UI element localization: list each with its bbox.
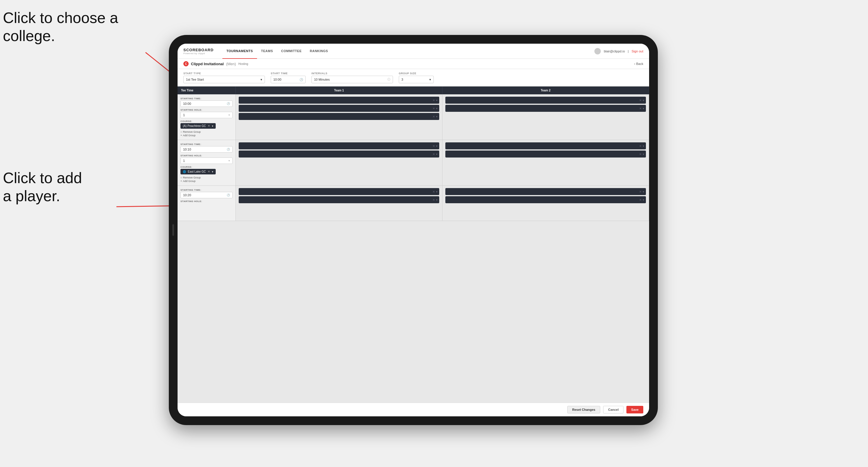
plus-icon-2: + — [181, 180, 182, 183]
save-button[interactable]: Save — [626, 406, 643, 413]
clock-icon: 🕐 — [300, 78, 303, 81]
chevron-icon-9[interactable]: ▾ — [643, 145, 644, 148]
chevron-icon-5[interactable]: ▾ — [643, 107, 644, 110]
nav-links: TOURNAMENTS TEAMS COMMITTEE RANKINGS — [222, 44, 595, 59]
chevron-icon-10[interactable]: ▾ — [643, 153, 644, 156]
chevron-icon-14[interactable]: ▾ — [643, 198, 644, 201]
page-title: Clippd Invitational — [191, 62, 224, 66]
nav-tournaments[interactable]: TOURNAMENTS — [222, 44, 257, 59]
course-tag-2[interactable]: 🌐 East Lake GC ✕ ▾ — [181, 169, 216, 175]
player-slot-1-3[interactable]: ✕ ▾ — [239, 113, 439, 120]
main-content: STARTING TIME: 10:00 🕐 STARTING HOLE: 1 … — [178, 94, 649, 403]
starting-time-value-1[interactable]: 10:00 🕐 — [181, 100, 232, 107]
annotation-line4: a player. — [3, 187, 82, 205]
x-icon[interactable]: ✕ — [433, 99, 435, 102]
group-row-3: STARTING TIME: 10:20 🕐 STARTING HOLE: ✕ … — [178, 186, 649, 221]
x-icon-4[interactable]: ✕ — [639, 99, 642, 102]
x-icon-9[interactable]: ✕ — [639, 153, 642, 156]
player-slot-4-1[interactable]: ✕ ▾ — [445, 143, 646, 149]
back-button[interactable]: ‹ Back — [634, 62, 643, 65]
chevron-icon-3[interactable]: ▾ — [436, 115, 437, 118]
x-icon-6[interactable]: ✕ — [433, 145, 435, 148]
chevron-icon-8[interactable]: ▾ — [436, 153, 437, 156]
nav-right: blair@clippd.io | Sign out — [594, 48, 643, 55]
clock-icon-2: 🕐 — [227, 148, 230, 151]
chevron-icon-7[interactable]: ▾ — [436, 145, 437, 148]
course-label-2: COURSE: — [181, 166, 232, 168]
remove-group-link-1[interactable]: ○ Remove Group — [181, 130, 232, 133]
action-links-2: ○ Remove Group + Add Group — [181, 176, 232, 183]
course-remove-icon-2[interactable]: ✕ — [208, 170, 210, 174]
player-slot-3-1[interactable]: ✕ ▾ — [239, 143, 439, 149]
group-team1-3: ✕ ▾ ✕ ▾ — [236, 186, 442, 221]
remove-group-link-2[interactable]: ○ Remove Group — [181, 176, 232, 179]
chevron-icon-13[interactable]: ▾ — [643, 190, 644, 193]
group-size-label: Group Size — [399, 72, 434, 75]
starting-hole-value-1[interactable]: 1 ▾ — [181, 112, 232, 118]
chevron-down-icon-2: ▾ — [429, 78, 431, 82]
tablet-frame: SCOREBOARD Powered by clippd TOURNAMENTS… — [169, 35, 658, 425]
intervals-label: Intervals — [311, 72, 393, 75]
nav-committee[interactable]: COMMITTEE — [277, 44, 306, 59]
chevron-icon-12[interactable]: ▾ — [436, 198, 437, 201]
player-slot-6-1[interactable]: ✕ ▾ — [445, 188, 646, 195]
starting-time-value-2[interactable]: 10:10 🕐 — [181, 146, 232, 153]
player-slot-2-1[interactable]: ✕ ▾ — [445, 97, 646, 104]
player-slot-1-2[interactable]: ✕ ▾ — [239, 105, 439, 112]
course-remove-icon-1[interactable]: ✕ — [208, 124, 210, 128]
divider: | — [628, 50, 629, 53]
x-icon-11[interactable]: ✕ — [433, 198, 435, 201]
player-slot-4-2[interactable]: ✕ ▾ — [445, 151, 646, 157]
starting-time-label-3: STARTING TIME: — [181, 189, 232, 191]
add-group-link-2[interactable]: + Add Group — [181, 180, 232, 183]
player-slot-5-2[interactable]: ✕ ▾ — [239, 196, 439, 203]
table-header: Tee Time Team 1 Team 2 — [178, 87, 649, 94]
starting-hole-value-2[interactable]: 1 ▾ — [181, 157, 232, 164]
x-icon-12[interactable]: ✕ — [639, 190, 642, 193]
x-icon-3[interactable]: ✕ — [433, 115, 435, 118]
nav-rankings[interactable]: RANKINGS — [306, 44, 332, 59]
cancel-button[interactable]: Cancel — [603, 406, 623, 413]
start-time-input[interactable]: 10:00 🕐 — [271, 76, 306, 83]
course-tag-1[interactable]: (A) Peachtree GC ✕ ▾ — [181, 123, 216, 129]
top-nav: SCOREBOARD Powered by clippd TOURNAMENTS… — [178, 44, 649, 59]
player-slot-1-1[interactable]: ✕ ▾ — [239, 97, 439, 104]
player-slot-6-2[interactable]: ✕ ▾ — [445, 196, 646, 203]
minus-icon-2: ○ — [181, 176, 182, 179]
x-icon-5[interactable]: ✕ — [639, 107, 642, 110]
chevron-icon-2[interactable]: ▾ — [436, 107, 437, 110]
clock-icon-1: 🕐 — [227, 102, 230, 105]
annotation-line1: Click to choose a — [3, 9, 118, 27]
add-group-link-1[interactable]: + Add Group — [181, 134, 232, 137]
x-icon-8[interactable]: ✕ — [639, 145, 642, 148]
player-slot-3-2[interactable]: ✕ ▾ — [239, 151, 439, 157]
starting-time-value-3[interactable]: 10:20 🕐 — [181, 192, 232, 198]
x-icon-13[interactable]: ✕ — [639, 198, 642, 201]
player-slot-2-2[interactable]: ✕ ▾ — [445, 105, 646, 112]
x-icon-2[interactable]: ✕ — [433, 107, 435, 110]
minus-icon-1: ○ — [181, 130, 182, 133]
reset-button[interactable]: Reset Changes — [567, 406, 600, 413]
start-type-group: Start Type 1st Tee Start ▾ — [183, 72, 265, 83]
nav-teams[interactable]: TEAMS — [257, 44, 277, 59]
x-icon-10[interactable]: ✕ — [433, 190, 435, 193]
footer: Reset Changes Cancel Save — [178, 403, 649, 416]
group-size-select[interactable]: 3 ▾ — [399, 76, 434, 83]
player-slot-5-1[interactable]: ✕ ▾ — [239, 188, 439, 195]
brand: SCOREBOARD Powered by clippd — [183, 48, 214, 55]
chevron-icon[interactable]: ▾ — [436, 99, 437, 102]
starting-hole-label-1: STARTING HOLE: — [181, 108, 232, 111]
brand-title: SCOREBOARD — [183, 48, 214, 52]
chevron-icon-4[interactable]: ▾ — [643, 99, 644, 102]
sign-out-link[interactable]: Sign out — [632, 50, 643, 53]
chevron-icon-6: ▾ — [228, 159, 230, 162]
page-header: C Clippd Invitational (Men) Hosting ‹ Ba… — [178, 59, 649, 69]
course-field-1: (A) Peachtree GC ✕ ▾ — [181, 123, 232, 129]
chevron-course-icon-1: ▾ — [212, 125, 213, 127]
group-row-2: STARTING TIME: 10:10 🕐 STARTING HOLE: 1 … — [178, 140, 649, 186]
hosting-badge: Hosting — [238, 62, 248, 65]
start-type-select[interactable]: 1st Tee Start ▾ — [183, 76, 265, 83]
intervals-select[interactable]: 10 Minutes ⓘ — [311, 76, 393, 83]
x-icon-7[interactable]: ✕ — [433, 153, 435, 156]
chevron-icon-11[interactable]: ▾ — [436, 190, 437, 193]
